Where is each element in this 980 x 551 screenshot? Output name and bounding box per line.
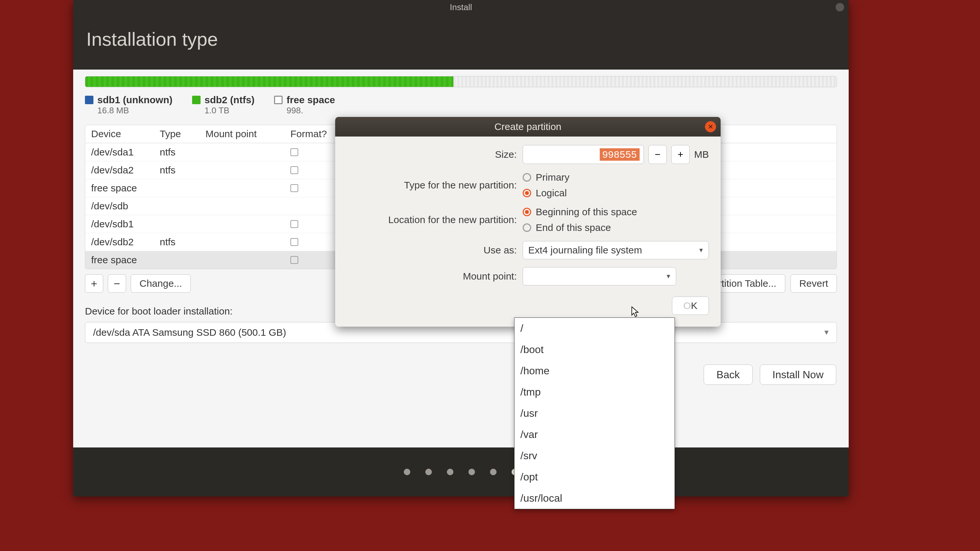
window-close-icon[interactable] [835, 3, 844, 11]
mount-option[interactable]: /boot [514, 339, 675, 360]
size-input[interactable]: 998555 [523, 145, 644, 164]
format-checkbox[interactable] [290, 238, 298, 246]
bootloader-value: /dev/sda ATA Samsung SSD 860 (500.1 GB) [93, 327, 286, 338]
change-partition-button[interactable]: Change... [130, 274, 191, 293]
mount-option[interactable]: /home [514, 360, 675, 381]
install-now-button[interactable]: Install Now [760, 365, 837, 385]
titlebar: Install [73, 0, 849, 14]
close-icon[interactable]: ✕ [705, 121, 716, 132]
nav-buttons: Quit Back Install Now [85, 365, 837, 385]
size-label: Size: [347, 149, 517, 160]
ok-button[interactable]: OK [672, 297, 709, 315]
mount-option[interactable]: / [514, 318, 675, 339]
legend-size: 1.0 TB [205, 105, 255, 116]
dialog-title: Create partition [494, 121, 561, 132]
size-value: 998555 [600, 148, 640, 161]
radio-primary[interactable]: Primary [523, 172, 709, 183]
legend-label: sdb1 (unknown) [97, 94, 172, 105]
mount-option[interactable]: /tmp [514, 381, 675, 403]
format-checkbox[interactable] [290, 148, 298, 156]
create-partition-dialog: Create partition ✕ Size: 998555 − + MB T… [335, 117, 721, 327]
disk-usage-bar [85, 76, 837, 87]
mount-option[interactable]: /usr [514, 403, 675, 424]
mount-option[interactable]: /var [514, 424, 675, 445]
revert-button[interactable]: Revert [791, 274, 837, 293]
size-decrement-button[interactable]: − [648, 145, 667, 164]
pager-dot[interactable] [425, 469, 432, 475]
mount-option[interactable]: /opt [514, 467, 675, 487]
legend-size: 998. [286, 105, 335, 116]
format-checkbox[interactable] [290, 184, 298, 192]
dialog-titlebar: Create partition ✕ [335, 117, 721, 137]
radio-location-begin[interactable]: Beginning of this space [523, 206, 709, 218]
mount-option[interactable]: /srv [514, 445, 675, 467]
chevron-down-icon: ▼ [665, 273, 671, 280]
partition-location-label: Location for the new partition: [347, 214, 517, 225]
size-increment-button[interactable]: + [671, 145, 690, 164]
back-button[interactable]: Back [704, 365, 752, 385]
legend-size: 16.8 MB [97, 105, 172, 116]
disk-usage-fill [85, 76, 453, 87]
legend-label: free space [286, 94, 335, 105]
use-as-value: Ext4 journaling file system [528, 245, 642, 256]
col-type[interactable]: Type [160, 129, 205, 140]
legend-color-icon [274, 96, 283, 104]
pager-dot[interactable] [404, 469, 410, 475]
mount-point-label: Mount point: [347, 271, 517, 282]
format-checkbox[interactable] [290, 256, 298, 264]
disk-usage-empty [453, 76, 837, 87]
mount-point-select[interactable]: ▼ [523, 267, 676, 286]
col-mount[interactable]: Mount point [205, 129, 290, 140]
add-partition-button[interactable]: + [85, 274, 103, 293]
legend-label: sdb2 (ntfs) [205, 94, 255, 105]
col-device[interactable]: Device [91, 129, 160, 140]
pager-dot[interactable] [490, 469, 496, 475]
partition-legend: sdb1 (unknown) 16.8 MB sdb2 (ntfs) 1.0 T… [85, 94, 837, 116]
chevron-down-icon: ▼ [698, 247, 704, 254]
page-title: Installation type [73, 14, 849, 70]
pager-dot[interactable] [447, 469, 453, 475]
chevron-down-icon: ▼ [823, 328, 830, 337]
radio-logical[interactable]: Logical [523, 187, 709, 198]
mount-point-dropdown: / /boot /home /tmp /usr /var /srv /opt /… [514, 318, 675, 509]
radio-location-end[interactable]: End of this space [523, 222, 709, 233]
mount-option[interactable]: /usr/local [514, 487, 675, 509]
format-checkbox[interactable] [290, 220, 298, 228]
pager-dot[interactable] [468, 469, 475, 475]
partition-type-label: Type for the new partition: [347, 179, 517, 191]
remove-partition-button[interactable]: − [108, 274, 126, 293]
legend-sdb1[interactable]: sdb1 (unknown) 16.8 MB [85, 94, 172, 116]
format-checkbox[interactable] [290, 166, 298, 174]
use-as-label: Use as: [347, 245, 517, 256]
legend-color-icon [85, 96, 94, 104]
legend-free[interactable]: free space 998. [274, 94, 335, 116]
legend-sdb2[interactable]: sdb2 (ntfs) 1.0 TB [192, 94, 255, 116]
pager-dots [73, 448, 849, 497]
size-unit: MB [694, 149, 709, 160]
legend-color-icon [192, 96, 200, 104]
use-as-select[interactable]: Ext4 journaling file system ▼ [523, 241, 709, 259]
window-title: Install [450, 2, 472, 13]
